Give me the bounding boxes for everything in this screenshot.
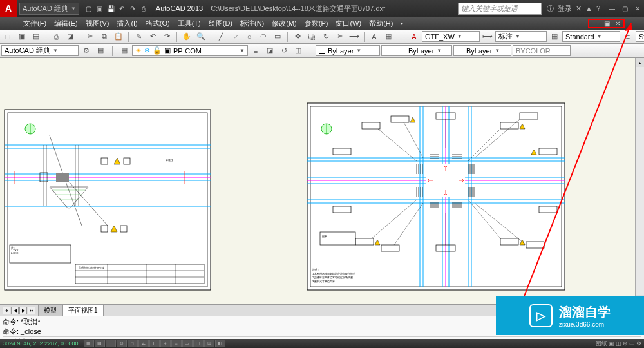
table-icon[interactable]: ▦ (383, 31, 394, 43)
menu-dropdown-icon[interactable]: ▾ (397, 21, 407, 26)
lineweight-dropdown[interactable]: —ByLayer▼ (453, 45, 511, 56)
copy-icon[interactable]: ⧉ (99, 31, 110, 43)
am-toggle[interactable]: ◧ (215, 340, 225, 347)
maximize-button[interactable]: ▢ (618, 3, 631, 14)
open-icon[interactable]: ▣ (95, 4, 104, 13)
layer-dropdown[interactable]: ☀❄🔓▣ PP-COM▼ (132, 45, 248, 56)
text-icon[interactable]: A (368, 31, 380, 43)
menu-window[interactable]: 窗口(W) (332, 19, 365, 28)
osnap-toggle[interactable]: □ (128, 340, 138, 347)
login-button[interactable]: 登录 (558, 4, 572, 14)
status-ico4[interactable]: ▭ (629, 340, 635, 347)
menu-file[interactable]: 文件(F) (19, 19, 50, 28)
search-input[interactable]: 键入关键字或短语 (458, 3, 542, 15)
rect-icon[interactable]: ▭ (272, 31, 283, 43)
preview-icon[interactable]: ◪ (64, 31, 76, 43)
paper-label[interactable]: 图纸 (596, 340, 607, 348)
ws-save-icon[interactable]: ▤ (95, 45, 106, 57)
redo-icon[interactable]: ↷ (128, 4, 137, 13)
print-icon[interactable]: ⎙ (139, 4, 148, 13)
rotate-icon[interactable]: ↻ (320, 31, 332, 43)
tpy-toggle[interactable]: ▭ (182, 340, 193, 347)
dimstyle-dropdown[interactable]: 标注▼ (495, 31, 547, 42)
close-button[interactable]: ✕ (631, 3, 644, 14)
tablestyle-icon[interactable]: ▦ (549, 31, 560, 43)
doc-close-button[interactable]: ✕ (613, 20, 622, 27)
linetype-dropdown[interactable]: ———ByLayer▼ (381, 45, 452, 56)
save-file-icon[interactable]: ▤ (30, 31, 42, 43)
undo-icon[interactable]: ↶ (117, 4, 126, 13)
menu-help[interactable]: 帮助(H) (365, 19, 397, 28)
workspace-dropdown[interactable]: AutoCAD 经典▼ (1, 45, 79, 56)
tab-model[interactable]: 模型 (38, 305, 62, 316)
menu-format[interactable]: 格式(O) (142, 19, 174, 28)
menu-insert[interactable]: 插入(I) (113, 19, 141, 28)
workspace-selector[interactable]: AutoCAD 经典 ▼ (19, 3, 79, 15)
layer-match-icon[interactable]: ◫ (292, 45, 304, 57)
ortho-toggle[interactable]: ∟ (106, 340, 116, 347)
sc-toggle[interactable]: ⊞ (204, 340, 214, 347)
dimstyle-icon[interactable]: ⟼ (482, 31, 493, 43)
tab-first-icon[interactable]: ⏮ (3, 307, 10, 314)
open-file-icon[interactable]: ▣ (16, 31, 28, 43)
ducs-toggle[interactable]: L (149, 340, 160, 347)
layer-iso-icon[interactable]: ◪ (264, 45, 276, 57)
scroll-up-icon[interactable]: ▲ (636, 58, 644, 67)
menu-modify[interactable]: 修改(M) (268, 19, 301, 28)
mlstyle-icon[interactable]: ≡ (622, 31, 634, 43)
tablestyle-dropdown[interactable]: Standard▼ (562, 31, 620, 42)
plot-icon[interactable]: ⎙ (50, 31, 62, 43)
cut-icon[interactable]: ✂ (84, 31, 96, 43)
info-icon[interactable]: ⓘ (547, 4, 554, 14)
layer-props-icon[interactable]: ▤ (118, 45, 130, 57)
vertical-scrollbar[interactable]: ▲ ▼ (635, 58, 644, 304)
textstyle-dropdown[interactable]: GTF_XW▼ (422, 31, 480, 42)
layer-state-icon[interactable]: ≡ (250, 45, 261, 57)
new-file-icon[interactable]: □ (2, 31, 14, 43)
doc-restore-button[interactable]: ▣ (602, 20, 612, 27)
status-ico5[interactable]: ⚙ (636, 340, 641, 347)
match-icon[interactable]: ✎ (133, 31, 144, 43)
cloud-icon[interactable]: ▲ (585, 5, 592, 12)
color-dropdown[interactable]: ByLayer▼ (316, 45, 380, 56)
app-logo[interactable]: A (0, 0, 17, 17)
layer-prev-icon[interactable]: ↺ (278, 45, 290, 57)
otrack-toggle[interactable]: ∠ (138, 340, 149, 347)
minimize-button[interactable]: — (605, 3, 618, 14)
menu-view[interactable]: 视图(V) (82, 19, 113, 28)
polar-toggle[interactable]: ⊙ (117, 340, 127, 347)
zoom-icon[interactable]: 🔍 (195, 31, 207, 43)
tab-layout1[interactable]: 平面视图1 (62, 305, 104, 316)
status-ico1[interactable]: ▣ (609, 340, 614, 347)
menu-draw[interactable]: 绘图(D) (205, 19, 236, 28)
doc-minimize-button[interactable]: — (591, 20, 601, 27)
status-ico2[interactable]: ◫ (616, 340, 621, 347)
undo2-icon[interactable]: ↶ (147, 31, 158, 43)
textstyle-icon[interactable]: A (408, 31, 420, 43)
tab-last-icon[interactable]: ⏭ (28, 307, 35, 314)
menu-dimension[interactable]: 标注(N) (236, 19, 268, 28)
drawing-area[interactable]: 昆明市规划设计研究院 注： 1.XXX 2.XXX 标准段 (0, 58, 644, 304)
lwt-toggle[interactable]: ≡ (171, 340, 182, 347)
ws-settings-icon[interactable]: ⚙ (80, 45, 92, 57)
new-icon[interactable]: ▢ (84, 4, 93, 13)
arc-icon[interactable]: ◠ (258, 31, 269, 43)
grid-toggle[interactable]: ▩ (95, 340, 105, 347)
move-icon[interactable]: ✥ (292, 31, 303, 43)
extend-icon[interactable]: ⟶ (348, 31, 360, 43)
save-icon[interactable]: 💾 (106, 4, 115, 13)
trim-icon[interactable]: ✂ (334, 31, 346, 43)
menu-edit[interactable]: 编辑(E) (50, 19, 82, 28)
qp-toggle[interactable]: ◫ (193, 340, 204, 347)
pline-icon[interactable]: ⟋ (229, 31, 241, 43)
snap-toggle[interactable]: ▦ (84, 340, 94, 347)
menu-parametric[interactable]: 参数(P) (301, 19, 332, 28)
pan-icon[interactable]: ✋ (181, 31, 193, 43)
tab-next-icon[interactable]: ▶ (19, 307, 27, 314)
exchange-icon[interactable]: ✕ (576, 5, 582, 13)
mlstyle-dropdown[interactable]: Standard▼ (636, 31, 644, 42)
menu-tools[interactable]: 工具(T) (174, 19, 205, 28)
tab-prev-icon[interactable]: ◀ (11, 307, 19, 314)
plotstyle-dropdown[interactable]: BYCOLOR (513, 45, 571, 56)
help-icon[interactable]: ? (596, 5, 600, 12)
